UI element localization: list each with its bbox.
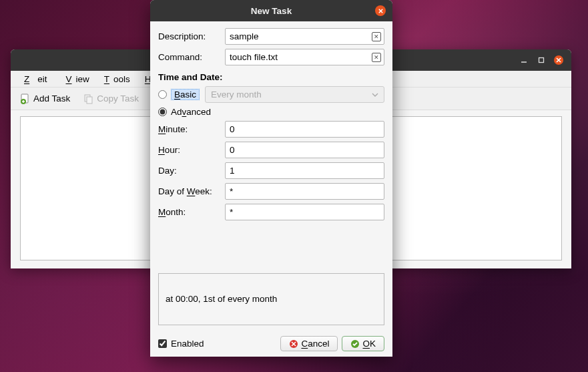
day-label: Day: [158, 166, 225, 176]
schedule-summary: at 00:00, 1st of every month [158, 273, 384, 325]
dialog-title: New Task [251, 6, 292, 16]
description-input[interactable] [225, 28, 384, 45]
close-icon[interactable] [554, 55, 563, 65]
menu-zeit[interactable]: Zeit [16, 73, 55, 85]
cancel-icon [289, 339, 298, 349]
copy-task-label: Copy Task [97, 94, 139, 104]
dropdown-value: Every month [211, 89, 262, 100]
basic-frequency-dropdown: Every month [205, 86, 384, 103]
add-task-label: Add Task [33, 94, 70, 104]
description-label: Description: [158, 31, 225, 41]
enabled-checkbox[interactable] [158, 339, 167, 348]
menu-view[interactable]: View [58, 73, 93, 85]
chevron-down-icon [372, 91, 378, 98]
dow-input[interactable] [225, 183, 384, 200]
copy-icon [83, 94, 94, 104]
copy-task-button: Copy Task [79, 91, 143, 107]
basic-radio-label: Basic [171, 89, 200, 100]
svg-rect-9 [87, 97, 92, 104]
dialog-body: Description: ✕ Command: ✕ Time and Date:… [150, 21, 392, 332]
ok-icon [350, 339, 360, 349]
cancel-button[interactable]: Cancel [280, 336, 338, 351]
command-label: Command: [158, 52, 225, 62]
dialog-footer: Enabled Cancel OK [150, 332, 392, 357]
dow-label: Day of Week: [158, 186, 225, 196]
minute-input[interactable] [225, 121, 384, 138]
minute-label: Minute: [158, 124, 225, 134]
day-input[interactable] [225, 162, 384, 179]
new-task-dialog: New Task Description: ✕ Command: ✕ Time … [150, 0, 392, 357]
month-input[interactable] [225, 204, 384, 220]
dialog-title-bar: New Task [150, 0, 392, 21]
time-date-heading: Time and Date: [158, 72, 384, 82]
month-label: Month: [158, 207, 225, 217]
minimize-icon[interactable] [519, 55, 529, 65]
advanced-radio[interactable] [158, 108, 167, 116]
maximize-icon[interactable] [537, 55, 546, 65]
clear-description-icon[interactable]: ✕ [372, 32, 381, 41]
enabled-label: Enabled [171, 339, 204, 349]
dialog-close-icon[interactable] [375, 5, 386, 16]
menu-tools[interactable]: Tools [96, 73, 134, 85]
add-document-icon [20, 94, 31, 104]
command-input[interactable] [225, 49, 384, 65]
basic-radio[interactable] [158, 90, 167, 99]
svg-rect-1 [539, 58, 544, 63]
hour-label: Hour: [158, 145, 225, 155]
add-task-button[interactable]: Add Task [16, 91, 74, 107]
hour-input[interactable] [225, 142, 384, 158]
advanced-radio-label: Advanced [171, 107, 211, 117]
ok-button[interactable]: OK [342, 336, 384, 351]
clear-command-icon[interactable]: ✕ [372, 53, 381, 62]
